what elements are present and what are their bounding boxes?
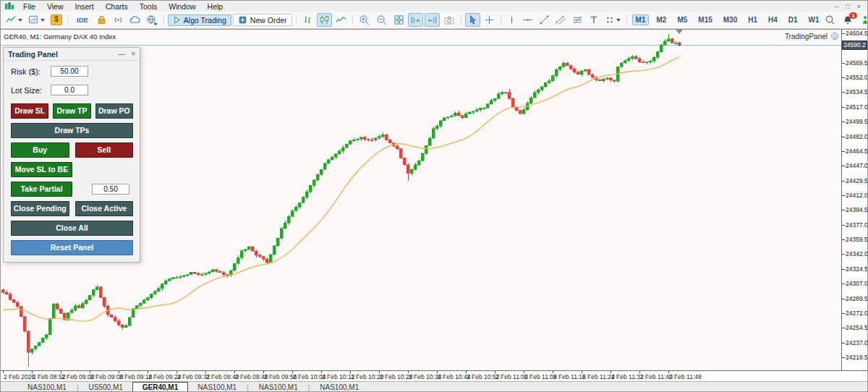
crosshair-icon	[484, 14, 495, 25]
zoom-in-button[interactable]	[357, 13, 373, 27]
chart-profile-button[interactable]	[4, 13, 25, 27]
chevron-down-icon	[616, 19, 621, 22]
trading-panel-dialog[interactable]: Trading Panel — × Risk ($): 50.00 Lot Si…	[3, 47, 140, 263]
close-active-button[interactable]: Close Active	[75, 201, 134, 216]
menu-view[interactable]: View	[41, 2, 69, 11]
timeframe-m5[interactable]: M5	[673, 14, 691, 25]
line-chart-mode-button[interactable]	[333, 13, 349, 27]
ide-icon: IDE	[75, 16, 90, 24]
signals-button[interactable]	[111, 13, 126, 27]
time-tick-label: 2 Feb 09:48	[235, 373, 268, 380]
fibonacci-icon	[572, 14, 583, 25]
price-tick-label: 24342.0	[846, 251, 868, 257]
search-icon[interactable]	[825, 14, 835, 25]
draw-sl-button[interactable]: Draw SL	[11, 103, 48, 119]
auto-scroll-button[interactable]	[408, 13, 423, 27]
window-close-icon[interactable]: ×	[857, 3, 861, 10]
price-tick-label: 24289.5	[846, 296, 868, 302]
close-pending-button[interactable]: Close Pending	[11, 201, 69, 216]
shapes-tool-button[interactable]	[603, 13, 623, 27]
chart-tab-5-nas100-m1[interactable]: NAS100,M1	[310, 383, 368, 392]
toolbar-right: 1	[825, 14, 868, 25]
price-tick-label: 24394.5	[846, 207, 868, 213]
partial-amount-input[interactable]: 0.50	[92, 184, 129, 195]
menu-file[interactable]: File	[17, 2, 41, 11]
timeframe-m15[interactable]: M15	[694, 14, 715, 25]
chart-shift-button[interactable]	[425, 13, 440, 27]
community-user-icon[interactable]	[860, 14, 868, 25]
window-minimize-icon[interactable]: –	[835, 3, 838, 10]
zoom-out-button[interactable]	[374, 13, 390, 27]
chart-tab-1-us500-m1[interactable]: US500,M1	[80, 383, 132, 392]
chart-shift-marker-icon[interactable]	[676, 30, 683, 34]
draw-po-button[interactable]: Draw PO	[95, 103, 133, 119]
time-tick-label: 2 Feb 10:28	[380, 373, 412, 380]
chart-tab-3-nas100-m1[interactable]: NAS100,M1	[188, 383, 246, 392]
timeframe-h1[interactable]: H1	[744, 14, 761, 25]
sell-button[interactable]: Sell	[75, 142, 134, 158]
price-tick	[842, 284, 845, 284]
timeframe-m1[interactable]: M1	[632, 14, 650, 25]
draw-tps-button[interactable]: Draw TPs	[11, 123, 133, 138]
horizontal-line-tool-button[interactable]	[520, 13, 535, 27]
close-all-button[interactable]: Close All	[11, 221, 133, 236]
new-order-button[interactable]: New Order	[233, 14, 292, 26]
menu-window[interactable]: Window	[163, 2, 201, 11]
market-watch-button[interactable]: $	[48, 13, 64, 27]
vertical-line-tool-button[interactable]	[505, 13, 519, 27]
screenshot-button[interactable]	[441, 13, 457, 27]
chart-window-button[interactable]	[26, 13, 47, 27]
cloud-button[interactable]	[127, 13, 142, 27]
window-restore-icon[interactable]: □	[846, 3, 849, 10]
time-axis[interactable]: 2 Feb 20262 Feb 08:522 Feb 09:002 Feb 09…	[1, 370, 867, 381]
draw-tp-button[interactable]: Draw TP	[53, 103, 90, 119]
risk-input[interactable]: 50.00	[51, 66, 88, 77]
channel-icon	[556, 14, 566, 25]
timeframe-w1[interactable]: W1	[805, 14, 823, 25]
price-tick	[842, 107, 845, 108]
price-tick-label: 24517.0	[846, 104, 868, 111]
timeframe-h4[interactable]: H4	[765, 14, 781, 25]
menu-items: FileViewInsertChartsToolsWindowHelp	[17, 2, 229, 11]
bar-chart-mode-button[interactable]	[300, 13, 315, 27]
fibonacci-tool-button[interactable]	[570, 13, 585, 27]
chart-tab-2-ger40-m1[interactable]: GER40,M1	[132, 382, 188, 392]
menu-charts[interactable]: Charts	[100, 2, 134, 11]
menu-insert[interactable]: Insert	[69, 2, 100, 11]
panel-minimize-icon[interactable]: —	[118, 51, 125, 58]
timeframe-m2[interactable]: M2	[652, 14, 670, 25]
price-axis[interactable]: 24590.2 24604.524587.024569.524552.02453…	[841, 30, 867, 370]
chart-tab-4-nas100-m1[interactable]: NAS100,M1	[250, 383, 307, 392]
crosshair-tool-button[interactable]	[482, 13, 497, 27]
price-tick-label: 24377.0	[846, 222, 868, 229]
reset-panel-button[interactable]: Reset Panel	[11, 240, 133, 255]
chart-tab-0-nas100-m1[interactable]: NAS100,M1	[18, 383, 76, 392]
buy-button[interactable]: Buy	[11, 142, 69, 158]
price-tick	[842, 299, 845, 299]
notifications-button[interactable]: 1	[843, 15, 853, 25]
menu-tools[interactable]: Tools	[134, 2, 163, 11]
text-tool-button[interactable]	[587, 13, 601, 27]
lock-button[interactable]	[94, 13, 109, 27]
price-tick-label: 24534.5	[846, 89, 868, 95]
timeframe-d1[interactable]: D1	[785, 14, 801, 25]
shapes-icon	[605, 14, 615, 25]
community-compile-button[interactable]	[144, 13, 160, 27]
trading-panel-titlebar[interactable]: Trading Panel — ×	[4, 48, 140, 61]
candle-chart-mode-button[interactable]	[317, 13, 332, 27]
price-tick	[842, 357, 845, 358]
cursor-tool-button[interactable]	[465, 13, 480, 27]
time-tick-label: 2 Feb 11:08	[524, 373, 557, 380]
trendline-tool-button[interactable]	[537, 13, 552, 27]
lot-size-input[interactable]: 0.0	[51, 85, 88, 95]
algo-trading-button[interactable]: Algo Trading	[168, 14, 231, 26]
menu-help[interactable]: Help	[202, 2, 229, 11]
panel-close-icon[interactable]: ×	[131, 51, 135, 58]
timeframe-m30[interactable]: M30	[720, 14, 741, 25]
take-partial-button[interactable]: Take Partial	[11, 182, 72, 197]
price-tick-label: 24359.5	[846, 237, 868, 243]
metaeditor-button[interactable]: IDE	[72, 14, 93, 25]
tile-windows-button[interactable]	[391, 13, 407, 27]
move-sl-to-be-button[interactable]: Move SL to BE	[11, 162, 72, 177]
channel-tool-button[interactable]	[553, 13, 569, 27]
